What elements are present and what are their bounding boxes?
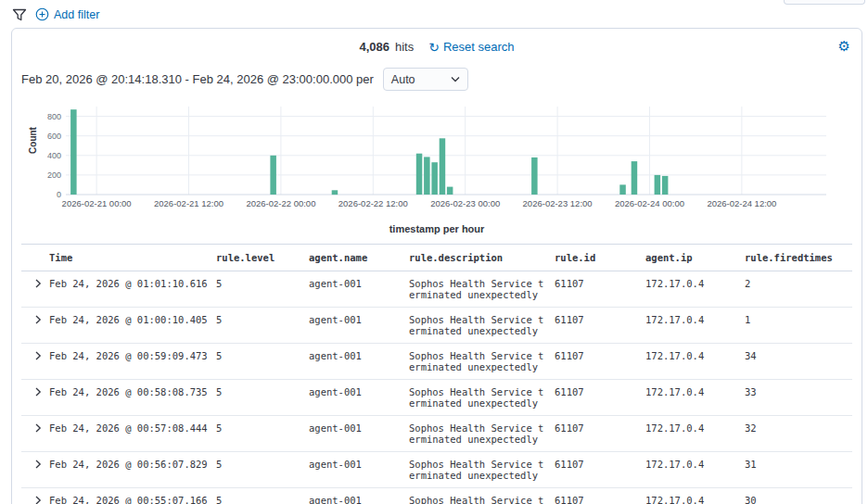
expand-row-button[interactable] <box>21 452 49 472</box>
cell-time: Feb 24, 2026 @ 00:58:08.735 <box>49 380 216 404</box>
column-header-rule-firedtimes[interactable]: rule.firedtimes <box>745 245 852 271</box>
results-header: 4,086 hits ↻ Reset search ⚙ <box>21 36 852 60</box>
svg-text:800: 800 <box>47 112 61 121</box>
add-filter-button[interactable]: Add filter <box>35 7 99 21</box>
filter-toolbar: Add filter <box>0 0 868 28</box>
column-header-rule-level[interactable]: rule.level <box>216 245 309 271</box>
cell-rule-description: Sophos Health Service terminated unexpec… <box>409 271 555 307</box>
svg-text:2026-02-24 12:00: 2026-02-24 12:00 <box>707 198 776 208</box>
svg-text:0: 0 <box>57 190 61 199</box>
cell-rule-description: Sophos Health Service terminated unexpec… <box>409 416 555 451</box>
table-row: Feb 24, 2026 @ 01:01:10.6165agent-001Sop… <box>21 271 852 308</box>
cell-agent-ip: 172.17.0.4 <box>645 416 745 440</box>
svg-text:2026-02-23 12:00: 2026-02-23 12:00 <box>523 198 593 208</box>
cell-time: Feb 24, 2026 @ 00:56:07.829 <box>49 452 216 476</box>
cell-rule-firedtimes: 34 <box>745 344 852 368</box>
cell-agent-ip: 172.17.0.4 <box>645 344 745 368</box>
cell-rule-firedtimes: 2 <box>745 271 852 296</box>
cell-rule-firedtimes: 32 <box>745 416 852 440</box>
cell-rule-level: 5 <box>216 380 309 404</box>
cell-rule-description: Sophos Health Service terminated unexpec… <box>409 488 555 504</box>
svg-text:200: 200 <box>47 170 61 180</box>
cell-time: Feb 24, 2026 @ 01:01:10.616 <box>49 271 216 296</box>
svg-text:2026-02-24 00:00: 2026-02-24 00:00 <box>615 198 684 208</box>
table-row: Feb 24, 2026 @ 01:00:10.4055agent-001Sop… <box>21 308 852 344</box>
column-header-rule-id[interactable]: rule.id <box>555 245 645 271</box>
cell-rule-level: 5 <box>216 416 309 440</box>
cell-rule-level: 5 <box>216 271 309 296</box>
cell-rule-description: Sophos Health Service terminated unexpec… <box>409 380 555 415</box>
hits-group: 4,086 hits ↻ Reset search <box>21 36 852 54</box>
column-header-time[interactable]: Time <box>49 245 216 271</box>
expand-row-button[interactable] <box>21 416 49 435</box>
cell-rule-id: 61107 <box>555 488 645 504</box>
cell-rule-description: Sophos Health Service terminated unexpec… <box>409 308 555 343</box>
cell-rule-id: 61107 <box>555 308 645 332</box>
chevron-right-icon <box>33 460 43 469</box>
column-header-agent-name[interactable]: agent.name <box>309 245 409 271</box>
cell-rule-id: 61107 <box>555 271 645 296</box>
cell-rule-firedtimes: 30 <box>745 488 852 504</box>
svg-text:2026-02-21 12:00: 2026-02-21 12:00 <box>154 198 223 208</box>
cell-time: Feb 24, 2026 @ 00:59:09.473 <box>49 344 216 368</box>
chevron-right-icon <box>33 315 43 324</box>
cell-time: Feb 24, 2026 @ 00:55:07.166 <box>49 488 216 504</box>
chevron-down-icon <box>451 76 460 82</box>
expand-row-button[interactable] <box>21 271 49 291</box>
cell-time: Feb 24, 2026 @ 01:00:10.405 <box>49 308 216 332</box>
add-filter-label: Add filter <box>54 8 99 21</box>
reset-search-button[interactable]: ↻ Reset search <box>428 40 514 54</box>
expand-row-button[interactable] <box>21 308 49 327</box>
filter-funnel-icon[interactable] <box>11 7 28 24</box>
cell-agent-ip: 172.17.0.4 <box>645 488 745 504</box>
cell-agent-ip: 172.17.0.4 <box>645 271 745 296</box>
cell-rule-id: 61107 <box>555 416 645 440</box>
cell-agent-name: agent-001 <box>309 308 409 332</box>
svg-text:2026-02-21 00:00: 2026-02-21 00:00 <box>62 198 132 208</box>
funnel-icon <box>12 7 27 22</box>
histogram-svg[interactable]: 02004006008002026-02-21 00:002026-02-21 … <box>21 100 854 218</box>
cell-rule-firedtimes: 31 <box>745 452 852 476</box>
table-row: Feb 24, 2026 @ 00:58:08.7355agent-001Sop… <box>21 380 852 416</box>
table-row: Feb 24, 2026 @ 00:56:07.8295agent-001Sop… <box>21 452 852 488</box>
cell-agent-name: agent-001 <box>309 452 409 476</box>
column-header-rule-description[interactable]: rule.description <box>409 245 555 271</box>
table-header-row: Timerule.levelagent.namerule.description… <box>21 244 852 271</box>
refresh-icon: ↻ <box>428 41 440 54</box>
chart-x-axis-title: timestamp per hour <box>21 223 852 234</box>
cell-rule-level: 5 <box>216 308 309 332</box>
documents-table: Timerule.levelagent.namerule.description… <box>21 244 852 504</box>
cell-rule-firedtimes: 1 <box>745 308 852 332</box>
cell-rule-id: 61107 <box>555 452 645 476</box>
column-header-agent-ip[interactable]: agent.ip <box>645 245 745 271</box>
cell-agent-name: agent-001 <box>309 488 409 504</box>
cell-rule-level: 5 <box>216 344 309 368</box>
cell-rule-firedtimes: 33 <box>745 380 852 404</box>
gear-icon[interactable]: ⚙ <box>838 38 850 55</box>
expand-row-button[interactable] <box>21 488 49 504</box>
interval-select[interactable]: Auto <box>383 68 468 91</box>
histogram-chart[interactable]: 02004006008002026-02-21 00:002026-02-21 … <box>21 100 852 221</box>
chevron-right-icon <box>33 496 43 504</box>
expand-row-button[interactable] <box>21 344 49 363</box>
reset-search-label: Reset search <box>443 40 515 54</box>
cell-rule-description: Sophos Health Service terminated unexpec… <box>409 344 555 379</box>
svg-text:2026-02-22 00:00: 2026-02-22 00:00 <box>246 198 315 208</box>
cell-agent-ip: 172.17.0.4 <box>645 380 745 404</box>
table-body: Feb 24, 2026 @ 01:01:10.6165agent-001Sop… <box>21 271 852 504</box>
table-row: Feb 24, 2026 @ 00:57:08.4445agent-001Sop… <box>21 416 852 452</box>
cell-rule-level: 5 <box>216 452 309 476</box>
cell-rule-id: 61107 <box>555 344 645 368</box>
time-range-row: Feb 20, 2026 @ 20:14:18.310 - Feb 24, 20… <box>21 68 852 91</box>
chevron-right-icon <box>33 387 43 397</box>
cell-agent-name: agent-001 <box>309 344 409 368</box>
clipped-toolbar-element <box>784 0 865 5</box>
time-range-label: Feb 20, 2026 @ 20:14:18.310 - Feb 24, 20… <box>21 72 374 86</box>
cell-agent-name: agent-001 <box>309 416 409 440</box>
expand-row-button[interactable] <box>21 380 49 399</box>
cell-time: Feb 24, 2026 @ 00:57:08.444 <box>49 416 216 440</box>
table-row: Feb 24, 2026 @ 00:59:09.4735agent-001Sop… <box>21 344 852 380</box>
cell-agent-name: agent-001 <box>309 271 409 296</box>
svg-text:2026-02-23 00:00: 2026-02-23 00:00 <box>430 198 500 208</box>
svg-text:2026-02-22 12:00: 2026-02-22 12:00 <box>338 198 408 208</box>
